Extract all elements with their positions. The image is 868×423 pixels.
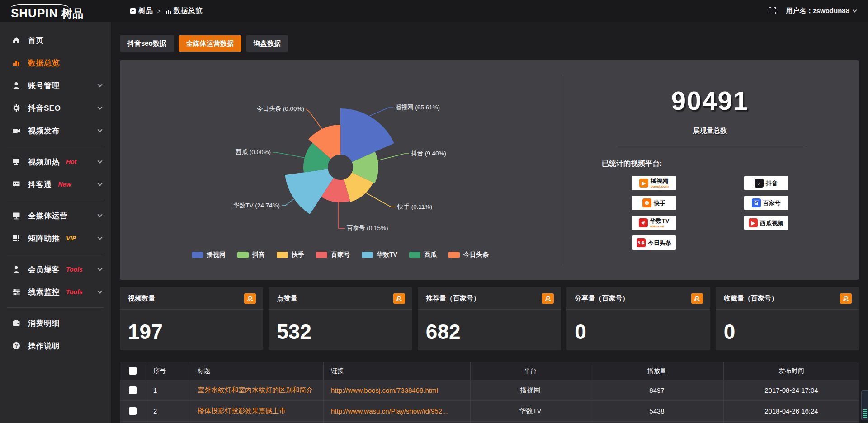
sidebar-item-账号管理[interactable]: 账号管理 [0,74,111,97]
platform-badge-快手[interactable]: ❽快手 [632,196,676,210]
stat-card-value: 197 [120,310,263,344]
legend-item-抖音[interactable]: 抖音 [237,251,265,259]
rose-pie-chart[interactable]: 播视网 (65.61%)抖音 (9.40%)快手 (0.11%)百家号 (0.1… [120,60,561,254]
platform-badge-今日头条[interactable]: 头条今日头条 [632,235,676,250]
pie-label-西瓜: 西瓜 (0.00%) [236,149,271,155]
sidebar-item-label: 抖客通 [28,179,52,190]
sidebar-item-会员爆客[interactable]: 会员爆客Tools [0,258,111,281]
cell-link[interactable]: http://www.boosj.com/7338468.html [324,380,471,401]
chevron-down-icon [97,288,102,293]
sidebar-item-全媒体运营[interactable]: 全媒体运营 [0,204,111,227]
row-checkbox[interactable] [129,386,137,394]
bar-chart-icon [165,8,171,14]
cell-time: 2018-04-26 16:24 [724,401,859,422]
total-badge[interactable]: 总 [840,293,852,304]
platform-badge-text: 华数TVwasu.cn [650,218,670,228]
legend-label: 西瓜 [424,251,437,259]
sidebar-item-数据总览[interactable]: 数据总览 [0,52,111,74]
column-header-播放量[interactable]: 播放量 [590,362,724,380]
total-badge[interactable]: 总 [691,293,703,304]
platform-badge-抖音[interactable]: ♪抖音 [744,176,788,190]
column-header-链接[interactable]: 链接 [324,362,471,380]
sidebar-item-label: 会员爆客 [28,264,60,275]
platform-badge-播视网[interactable]: ▶播视网boosj.com [632,176,676,190]
stat-card-推荐量（百家号）: 推荐量（百家号）总682 [418,287,561,350]
widget-stripe [863,409,867,410]
chevron-down-icon [97,82,102,87]
sidebar-item-线索监控[interactable]: 线索监控Tools [0,281,111,303]
sidebar-item-抖音SEO[interactable]: 抖音SEO [0,97,111,119]
column-header-标题[interactable]: 标题 [190,362,324,380]
user-menu[interactable]: 用户名：zswodun88 [786,7,856,15]
sidebar-item-操作说明[interactable]: ?操作说明 [0,334,111,357]
publish-icon [12,126,21,135]
legend-swatch [409,252,420,258]
stat-card-value: 0 [716,310,859,344]
wasu-logo: ✳ [639,218,648,227]
stat-card-label: 分享量（百家号） [575,294,629,303]
widget-stripe [863,411,867,412]
platform-badge-百家号[interactable]: 百百家号 [744,196,788,210]
table-row-partial [120,422,859,423]
sidebar-item-抖客通[interactable]: 抖客通New [0,173,111,196]
app-logo[interactable]: SHUPIN 树品 [0,3,111,19]
legend-label: 今日头条 [463,251,489,259]
dashboard-icon [130,8,136,14]
cell-link[interactable]: http://www.wasu.cn/Play/show/id/952... [324,401,471,422]
stat-card-label: 视频数量 [128,294,155,303]
tab-抖音seo数据[interactable]: 抖音seo数据 [120,35,174,52]
sidebar-item-label: 视频加热 [28,157,60,167]
column-header-序号[interactable]: 序号 [145,362,190,380]
platform-badge-text: 今日头条 [648,240,671,246]
sidebar-item-视频发布[interactable]: 视频发布 [0,119,111,142]
column-header-发布时间[interactable]: 发布时间 [724,362,859,380]
sidebar-item-label: 首页 [28,35,44,46]
pie-slice-播视网[interactable] [340,108,394,162]
legend-item-播视网[interactable]: 播视网 [192,251,226,259]
stat-card-header: 视频数量总 [120,287,263,310]
pie-label-快手: 快手 (0.11%) [397,203,432,210]
main-content: 抖音seo数据全媒体运营数据询盘数据 播视网 (65.61%)抖音 (9.40%… [111,22,868,423]
stat-card-视频数量: 视频数量总197 [120,287,263,350]
chevron-down-icon [97,212,102,217]
chevron-down-icon [853,8,857,12]
pie-leader-line [339,202,345,228]
sidebar-item-消费明细[interactable]: 消费明细 [0,312,111,334]
sidebar-item-首页[interactable]: 首页 [0,29,111,52]
legend-item-西瓜[interactable]: 西瓜 [409,251,437,259]
column-header-平台[interactable]: 平台 [471,362,590,380]
row-checkbox[interactable] [129,407,137,415]
legend-item-今日头条[interactable]: 今日头条 [448,251,489,259]
breadcrumb-current[interactable]: 数据总览 [165,6,203,16]
sidebar-item-矩阵助推[interactable]: 矩阵助推VIP [0,227,111,249]
legend-item-快手[interactable]: 快手 [277,251,304,259]
tab-询盘数据[interactable]: 询盘数据 [246,35,288,52]
fullscreen-icon[interactable] [769,7,776,14]
platform-badge-西瓜视频[interactable]: ▶西瓜视频 [744,216,788,230]
tab-全媒体运营数据[interactable]: 全媒体运营数据 [179,35,241,52]
total-badge[interactable]: 总 [244,293,256,304]
total-badge[interactable]: 总 [542,293,554,304]
select-all-checkbox[interactable] [129,367,137,375]
legend-item-百家号[interactable]: 百家号 [316,251,350,259]
platform-name: 华数TV [650,218,670,224]
platform-badge-华数TV[interactable]: ✳华数TVwasu.cn [632,216,676,230]
svg-text:?: ? [15,343,18,348]
total-impressions-value: 90491 [561,85,859,116]
pie-label-抖音: 抖音 (9.40%) [411,150,446,157]
user-icon [12,81,21,90]
floating-widget[interactable] [861,390,868,420]
platform-badge-text: 抖音 [766,180,778,186]
sidebar-item-视频加热[interactable]: 视频加热Hot [0,150,111,173]
legend-item-华数TV[interactable]: 华数TV [362,251,397,259]
cell-title[interactable]: 室外水纹灯和室内水纹灯的区别和简介 [190,380,324,401]
breadcrumb-root[interactable]: 树品 [130,6,153,16]
platform-sub: wasu.cn [650,225,665,228]
sidebar-tag: New [58,181,71,188]
chevron-down-icon [97,158,102,163]
sidebar-divider [7,146,104,146]
summary-divider [615,146,805,146]
cell-plays: 5438 [590,401,724,422]
total-badge[interactable]: 总 [393,293,405,304]
cell-title[interactable]: 楼体投影灯投影效果震撼上市 [190,401,324,422]
